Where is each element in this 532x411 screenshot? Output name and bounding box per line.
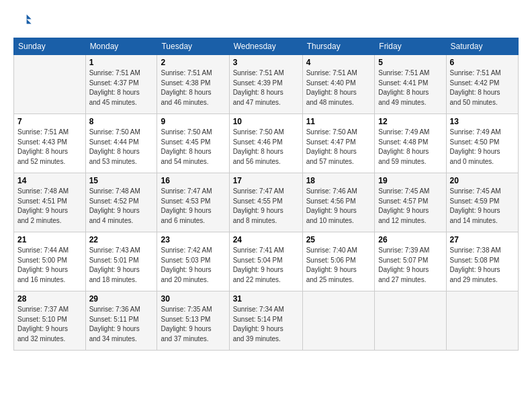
calendar-cell: 29Sunrise: 7:36 AM Sunset: 5:11 PM Dayli…: [85, 291, 157, 351]
day-info: Sunrise: 7:51 AM Sunset: 4:41 PM Dayligh…: [378, 68, 442, 107]
day-info: Sunrise: 7:50 AM Sunset: 4:44 PM Dayligh…: [89, 128, 154, 167]
day-number: 27: [450, 235, 515, 244]
calendar-cell: 25Sunrise: 7:40 AM Sunset: 5:06 PM Dayli…: [302, 232, 375, 291]
day-number: 14: [17, 176, 82, 185]
weekday-header-monday: Monday: [85, 38, 157, 55]
header: [13, 11, 519, 30]
logo: [13, 11, 35, 30]
calendar-cell: 30Sunrise: 7:35 AM Sunset: 5:13 PM Dayli…: [157, 291, 229, 351]
calendar-cell: 23Sunrise: 7:42 AM Sunset: 5:03 PM Dayli…: [157, 232, 229, 291]
calendar-cell: 8Sunrise: 7:50 AM Sunset: 4:44 PM Daylig…: [85, 114, 157, 173]
day-number: 26: [378, 235, 442, 244]
day-info: Sunrise: 7:49 AM Sunset: 4:50 PM Dayligh…: [450, 128, 515, 167]
day-info: Sunrise: 7:42 AM Sunset: 5:03 PM Dayligh…: [161, 246, 225, 285]
calendar-cell: 27Sunrise: 7:38 AM Sunset: 5:08 PM Dayli…: [446, 232, 518, 291]
weekday-header-thursday: Thursday: [302, 38, 375, 55]
calendar-cell: 26Sunrise: 7:39 AM Sunset: 5:07 PM Dayli…: [375, 232, 446, 291]
weekday-header-sunday: Sunday: [14, 38, 86, 55]
day-info: Sunrise: 7:36 AM Sunset: 5:11 PM Dayligh…: [89, 305, 154, 344]
day-info: Sunrise: 7:39 AM Sunset: 5:07 PM Dayligh…: [378, 246, 442, 285]
day-info: Sunrise: 7:47 AM Sunset: 4:55 PM Dayligh…: [233, 187, 299, 226]
day-number: 2: [161, 58, 225, 67]
day-number: 12: [378, 117, 442, 126]
day-number: 6: [450, 58, 515, 67]
calendar-cell: 20Sunrise: 7:45 AM Sunset: 4:59 PM Dayli…: [446, 173, 518, 232]
day-info: Sunrise: 7:37 AM Sunset: 5:10 PM Dayligh…: [17, 305, 82, 344]
day-number: 24: [233, 235, 299, 244]
day-number: 22: [89, 235, 154, 244]
calendar-week-row: 7Sunrise: 7:51 AM Sunset: 4:43 PM Daylig…: [14, 114, 519, 173]
calendar-cell: 28Sunrise: 7:37 AM Sunset: 5:10 PM Dayli…: [14, 291, 86, 351]
calendar-cell: [302, 291, 375, 351]
day-number: 10: [233, 117, 299, 126]
day-number: 3: [233, 58, 299, 67]
logo-icon: [13, 11, 32, 30]
day-info: Sunrise: 7:50 AM Sunset: 4:46 PM Dayligh…: [233, 128, 299, 167]
day-number: 16: [161, 176, 225, 185]
day-number: 23: [161, 235, 225, 244]
day-number: 7: [17, 117, 82, 126]
day-info: Sunrise: 7:47 AM Sunset: 4:53 PM Dayligh…: [161, 187, 225, 226]
calendar-table: SundayMondayTuesdayWednesdayThursdayFrid…: [13, 38, 519, 351]
calendar-cell: 14Sunrise: 7:48 AM Sunset: 4:51 PM Dayli…: [14, 173, 86, 232]
day-info: Sunrise: 7:48 AM Sunset: 4:51 PM Dayligh…: [17, 187, 82, 226]
day-number: 29: [89, 294, 154, 304]
calendar-cell: 13Sunrise: 7:49 AM Sunset: 4:50 PM Dayli…: [446, 114, 518, 173]
calendar-cell: 17Sunrise: 7:47 AM Sunset: 4:55 PM Dayli…: [229, 173, 302, 232]
calendar-cell: 1Sunrise: 7:51 AM Sunset: 4:37 PM Daylig…: [85, 55, 157, 114]
day-info: Sunrise: 7:38 AM Sunset: 5:08 PM Dayligh…: [450, 246, 515, 285]
calendar-week-row: 14Sunrise: 7:48 AM Sunset: 4:51 PM Dayli…: [14, 173, 519, 232]
day-info: Sunrise: 7:41 AM Sunset: 5:04 PM Dayligh…: [233, 246, 299, 285]
day-number: 19: [378, 176, 442, 185]
day-info: Sunrise: 7:34 AM Sunset: 5:14 PM Dayligh…: [233, 305, 299, 344]
day-info: Sunrise: 7:45 AM Sunset: 4:59 PM Dayligh…: [450, 187, 515, 226]
calendar-cell: 18Sunrise: 7:46 AM Sunset: 4:56 PM Dayli…: [302, 173, 375, 232]
page-container: SundayMondayTuesdayWednesdayThursdayFrid…: [0, 0, 532, 357]
calendar-cell: 24Sunrise: 7:41 AM Sunset: 5:04 PM Dayli…: [229, 232, 302, 291]
day-number: 9: [161, 117, 225, 126]
weekday-header-wednesday: Wednesday: [229, 38, 302, 55]
calendar-cell: 2Sunrise: 7:51 AM Sunset: 4:38 PM Daylig…: [157, 55, 229, 114]
day-info: Sunrise: 7:48 AM Sunset: 4:52 PM Dayligh…: [89, 187, 154, 226]
calendar-cell: [14, 55, 86, 114]
day-number: 11: [306, 117, 371, 126]
day-number: 5: [378, 58, 442, 67]
calendar-cell: 10Sunrise: 7:50 AM Sunset: 4:46 PM Dayli…: [229, 114, 302, 173]
day-number: 30: [161, 294, 225, 304]
day-number: 13: [450, 117, 515, 126]
calendar-cell: [446, 291, 518, 351]
day-number: 20: [450, 176, 515, 185]
day-info: Sunrise: 7:50 AM Sunset: 4:47 PM Dayligh…: [306, 128, 371, 167]
day-number: 15: [89, 176, 154, 185]
day-info: Sunrise: 7:45 AM Sunset: 4:57 PM Dayligh…: [378, 187, 442, 226]
day-number: 8: [89, 117, 154, 126]
weekday-header-friday: Friday: [375, 38, 446, 55]
calendar-cell: 11Sunrise: 7:50 AM Sunset: 4:47 PM Dayli…: [302, 114, 375, 173]
day-info: Sunrise: 7:44 AM Sunset: 5:00 PM Dayligh…: [17, 246, 82, 285]
day-info: Sunrise: 7:43 AM Sunset: 5:01 PM Dayligh…: [89, 246, 154, 285]
weekday-header-tuesday: Tuesday: [157, 38, 229, 55]
day-info: Sunrise: 7:51 AM Sunset: 4:42 PM Dayligh…: [450, 68, 515, 107]
calendar-cell: [375, 291, 446, 351]
day-number: 1: [89, 58, 154, 67]
calendar-cell: 22Sunrise: 7:43 AM Sunset: 5:01 PM Dayli…: [85, 232, 157, 291]
day-info: Sunrise: 7:51 AM Sunset: 4:43 PM Dayligh…: [17, 128, 82, 167]
calendar-week-row: 1Sunrise: 7:51 AM Sunset: 4:37 PM Daylig…: [14, 55, 519, 114]
day-number: 28: [17, 294, 82, 304]
day-info: Sunrise: 7:35 AM Sunset: 5:13 PM Dayligh…: [161, 305, 225, 344]
day-number: 18: [306, 176, 371, 185]
day-info: Sunrise: 7:51 AM Sunset: 4:37 PM Dayligh…: [89, 68, 154, 107]
svg-marker-0: [27, 15, 32, 19]
day-number: 21: [17, 235, 82, 244]
calendar-cell: 6Sunrise: 7:51 AM Sunset: 4:42 PM Daylig…: [446, 55, 518, 114]
day-info: Sunrise: 7:46 AM Sunset: 4:56 PM Dayligh…: [306, 187, 371, 226]
day-info: Sunrise: 7:51 AM Sunset: 4:40 PM Dayligh…: [306, 68, 371, 107]
day-number: 17: [233, 176, 299, 185]
calendar-cell: 12Sunrise: 7:49 AM Sunset: 4:48 PM Dayli…: [375, 114, 446, 173]
calendar-cell: 31Sunrise: 7:34 AM Sunset: 5:14 PM Dayli…: [229, 291, 302, 351]
calendar-cell: 16Sunrise: 7:47 AM Sunset: 4:53 PM Dayli…: [157, 173, 229, 232]
calendar-cell: 5Sunrise: 7:51 AM Sunset: 4:41 PM Daylig…: [375, 55, 446, 114]
day-info: Sunrise: 7:40 AM Sunset: 5:06 PM Dayligh…: [306, 246, 371, 285]
day-number: 25: [306, 235, 371, 244]
day-info: Sunrise: 7:50 AM Sunset: 4:45 PM Dayligh…: [161, 128, 225, 167]
